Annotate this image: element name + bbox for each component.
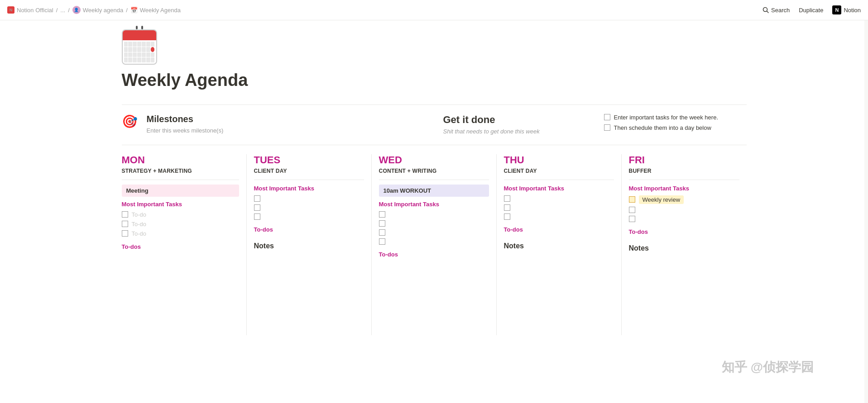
breadcrumb-ellipsis[interactable]: ... [60, 7, 65, 14]
breadcrumb-sep1: / [56, 7, 58, 14]
page-title: Weekly Agenda [122, 70, 747, 91]
checkbox-mon-1[interactable] [122, 211, 128, 218]
todo-row-tues-2[interactable] [254, 204, 364, 211]
cal-cell [142, 42, 146, 47]
mit-label-mon[interactable]: Most Important Tasks [122, 201, 182, 208]
checkbox-tues-2[interactable] [254, 204, 260, 211]
cal-body [123, 40, 156, 64]
todo-row-fri-1[interactable] [629, 207, 739, 213]
cal-header [123, 30, 156, 40]
git-checkbox-1[interactable] [604, 114, 610, 120]
day-divider-mon [122, 180, 239, 180]
topbar-actions: Search Duplicate N Notion [762, 5, 861, 14]
day-divider-tues [254, 180, 364, 180]
checkbox-wed-3[interactable] [379, 229, 385, 236]
notion-brand-label: Notion [844, 7, 861, 14]
todo-row-mon-1[interactable]: To-do [122, 211, 239, 218]
todo-row-mon-2[interactable]: To-do [122, 221, 239, 228]
scrollbar-track[interactable] [864, 0, 868, 362]
parent-label: Weekly agenda [83, 7, 123, 14]
cal-cell [146, 47, 150, 52]
day-col-wed: WED CONTENT + WRITING 10am WORKOUT Most … [372, 154, 497, 335]
cal-cell [151, 42, 155, 47]
checkbox-wed-4[interactable] [379, 238, 385, 245]
search-button[interactable]: Search [762, 7, 790, 14]
notes-label-thu: Notes [504, 242, 614, 250]
breadcrumb-current[interactable]: 📅 Weekly Agenda [130, 6, 181, 14]
git-checkbox-2[interactable] [604, 124, 610, 131]
day-name-wed: WED [379, 154, 489, 166]
todo-row-wed-3[interactable] [379, 229, 489, 236]
git-task-2[interactable]: Then schedule them into a day below [604, 124, 747, 131]
todos-label-wed[interactable]: To-dos [379, 251, 489, 258]
milestones-icon: 🎯 [122, 114, 138, 129]
checkbox-wed-1[interactable] [379, 211, 385, 218]
event-meeting[interactable]: Meeting [122, 185, 239, 197]
get-it-done-block: Get it done Shit that needs to get done … [443, 114, 747, 136]
checkbox-fri-1[interactable] [629, 207, 635, 213]
todos-label-thu[interactable]: To-dos [504, 226, 614, 233]
todos-label-fri[interactable]: To-dos [629, 228, 739, 235]
mit-label-wed[interactable]: Most Important Tasks [379, 201, 439, 208]
day-theme-fri: BUFFER [629, 168, 739, 174]
todo-row-wed-1[interactable] [379, 211, 489, 218]
todo-row-tues-3[interactable] [254, 213, 364, 220]
checkbox-mon-2[interactable] [122, 221, 128, 227]
git-task-1[interactable]: Enter important tasks for the week here. [604, 114, 747, 121]
cal-cell [142, 52, 146, 57]
cal-cell [137, 52, 141, 57]
todo-row-thu-1[interactable] [504, 195, 614, 202]
breadcrumb-parent[interactable]: 👤 Weekly agenda [72, 6, 123, 14]
todo-row-tues-1[interactable] [254, 195, 364, 202]
checkbox-tues-1[interactable] [254, 195, 260, 202]
todo-row-mon-3[interactable]: To-do [122, 230, 239, 237]
cal-cell [128, 57, 132, 62]
breadcrumb-workspace[interactable]: N Notion Official [7, 6, 53, 14]
notion-brand-icon: N [832, 5, 841, 14]
git-task-2-label: Then schedule them into a day below [614, 124, 711, 131]
todo-row-wed-4[interactable] [379, 238, 489, 245]
checkbox-thu-1[interactable] [504, 195, 510, 202]
breadcrumb: N Notion Official / ... / 👤 Weekly agend… [7, 6, 181, 14]
todo-row-fri-2[interactable] [629, 216, 739, 222]
cal-cell [124, 42, 128, 47]
day-theme-thu: CLIENT DAY [504, 168, 614, 174]
checkbox-fri-special[interactable] [629, 196, 635, 203]
mit-label-tues[interactable]: Most Important Tasks [254, 185, 314, 192]
days-grid: MON STRATEGY + MARKETING Meeting Most Im… [122, 154, 747, 335]
todo-row-thu-2[interactable] [504, 204, 614, 211]
workspace-label: Notion Official [17, 7, 53, 14]
topbar: N Notion Official / ... / 👤 Weekly agend… [0, 0, 868, 20]
cal-cell [151, 57, 155, 62]
checkbox-fri-2[interactable] [629, 216, 635, 222]
todos-label-tues[interactable]: To-dos [254, 226, 364, 233]
day-theme-wed: CONTENT + WRITING [379, 168, 489, 174]
search-label: Search [771, 7, 790, 14]
checkbox-thu-3[interactable] [504, 213, 510, 220]
checkbox-wed-2[interactable] [379, 220, 385, 227]
cal-cell [124, 57, 128, 62]
breadcrumb-sep2: / [68, 7, 70, 14]
cal-cell [146, 42, 150, 47]
duplicate-button[interactable]: Duplicate [799, 7, 823, 14]
todo-text-mon-3: To-do [132, 230, 147, 237]
checkbox-mon-3[interactable] [122, 230, 128, 237]
svg-line-1 [767, 11, 769, 13]
milestones-placeholder[interactable]: Enter this weeks milestone(s) [147, 127, 224, 134]
todo-text-mon-2: To-do [132, 221, 147, 228]
todos-label-mon[interactable]: To-dos [122, 243, 239, 250]
special-task-fri[interactable]: Weekly review [629, 195, 739, 204]
mit-label-fri[interactable]: Most Important Tasks [629, 185, 689, 192]
cal-cell [137, 42, 141, 47]
cal-cell [151, 52, 155, 57]
checkbox-thu-2[interactable] [504, 204, 510, 211]
todo-row-thu-3[interactable] [504, 213, 614, 220]
notes-label-fri: Notes [629, 244, 739, 252]
cal-cell [146, 57, 150, 62]
weekly-review-label: Weekly review [639, 195, 684, 204]
mit-label-thu[interactable]: Most Important Tasks [504, 185, 564, 192]
page-icon [122, 29, 157, 65]
checkbox-tues-3[interactable] [254, 213, 260, 220]
todo-row-wed-2[interactable] [379, 220, 489, 227]
event-workout[interactable]: 10am WORKOUT [379, 185, 489, 197]
